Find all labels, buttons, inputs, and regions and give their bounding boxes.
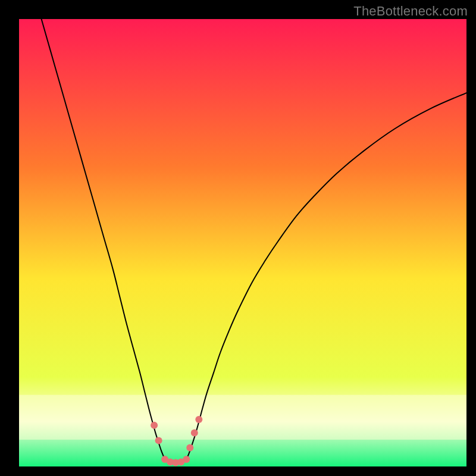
dot-left-1	[155, 437, 162, 444]
dot-trough-4	[183, 456, 190, 463]
dot-right-1	[191, 430, 198, 437]
chart-plot-area	[19, 19, 466, 466]
outer-frame: TheBottleneck.com	[0, 0, 476, 476]
dot-left-0	[151, 422, 158, 429]
chart-svg	[19, 19, 466, 466]
dot-right-0	[186, 444, 193, 451]
pale-band	[19, 395, 466, 440]
watermark-text: TheBottleneck.com	[353, 4, 468, 19]
dot-right-2	[195, 416, 202, 423]
